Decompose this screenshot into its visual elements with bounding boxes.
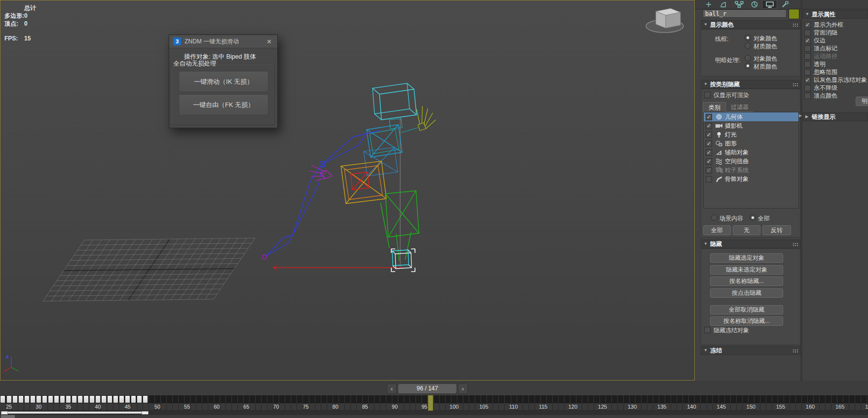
key-selection-range-bar[interactable] (1, 412, 148, 414)
display-property-row[interactable]: 运动路径 (804, 52, 868, 60)
close-icon[interactable]: ✕ (265, 38, 273, 45)
all-radio[interactable] (750, 214, 756, 221)
category-checkbox[interactable]: ✓ (706, 167, 712, 174)
vertex-color-shaded-button[interactable]: 明暗 (856, 97, 868, 106)
property-checkbox[interactable] (804, 69, 811, 75)
category-row-light[interactable]: ✓灯光 (704, 130, 798, 139)
next-frame-button[interactable]: › (458, 383, 468, 394)
display-panel-tab-icon[interactable] (762, 0, 777, 9)
keyframe-marker[interactable] (25, 396, 29, 403)
display-property-row[interactable]: ✓显示为外框 (804, 21, 868, 29)
category-checkbox[interactable]: ✓ (706, 140, 712, 147)
trackbar-ruler[interactable]: 2530354045505560657075808590951001051101… (0, 403, 868, 411)
viewcube[interactable] (642, 2, 687, 37)
keyframe-marker[interactable] (119, 396, 124, 403)
keyframe-marker[interactable] (137, 396, 142, 403)
category-row-geometry[interactable]: ✓几何体 (704, 112, 798, 121)
display-property-row[interactable]: 忽略范围 (804, 68, 868, 76)
hide-button-4[interactable]: 全部取消隐藏 (710, 305, 783, 314)
property-checkbox[interactable] (804, 61, 811, 68)
trackbar-keys[interactable] (0, 395, 868, 403)
current-frame-marker[interactable] (428, 395, 433, 411)
time-slider-track[interactable]: ‹ 96 / 147 › (0, 381, 868, 395)
hide-button-2[interactable]: 按名称隐藏... (710, 277, 783, 286)
display-property-row[interactable]: ✓以灰色显示冻结对象 (804, 76, 868, 84)
hide-frozen-checkbox[interactable] (704, 327, 711, 333)
shaded-object-color-radio[interactable] (745, 55, 751, 61)
tab-filters[interactable]: 过滤器 (726, 102, 754, 112)
property-checkbox[interactable]: ✓ (804, 77, 811, 83)
keyframe-marker[interactable] (96, 396, 100, 403)
fk-free-button[interactable]: 一键自由（FK 无损） (179, 94, 268, 115)
scene-content-radio[interactable] (711, 214, 717, 221)
keyframe-marker[interactable] (48, 396, 53, 403)
keyframe-marker[interactable] (113, 396, 118, 403)
category-row-particles[interactable]: ✓粒子系统 (704, 166, 798, 174)
keyframe-marker[interactable] (42, 396, 47, 403)
keyframe-marker[interactable] (37, 396, 41, 403)
keyframe-marker[interactable] (7, 396, 11, 403)
property-checkbox[interactable] (804, 45, 811, 52)
selected-object-ball-r[interactable] (391, 249, 415, 272)
keyframe-marker[interactable] (13, 396, 17, 403)
object-color-swatch[interactable] (789, 9, 799, 19)
rollout-freeze[interactable]: ▼ 冻结 (701, 346, 800, 355)
category-checkbox[interactable] (706, 176, 712, 182)
category-checkbox[interactable]: ✓ (706, 158, 712, 165)
property-checkbox[interactable] (804, 53, 811, 60)
display-property-row[interactable]: 透明 (804, 60, 868, 68)
tab-category[interactable]: 类别 (703, 102, 726, 112)
keyframe-marker[interactable] (84, 396, 88, 403)
keyframe-marker[interactable] (108, 396, 112, 403)
display-property-row[interactable]: ✓仅边 (804, 36, 868, 44)
range-start-handle[interactable] (1, 411, 8, 415)
category-checkbox[interactable]: ✓ (706, 114, 712, 120)
rollout-hide-by-category[interactable]: ▼ 按类别隐藏 (701, 80, 800, 89)
property-checkbox[interactable] (804, 85, 811, 91)
perspective-viewport[interactable]: 总计 多边形: 0 顶点: 0 FPS: 15 z (0, 0, 695, 381)
property-checkbox[interactable]: ✓ (804, 22, 811, 28)
keyframe-marker[interactable] (0, 396, 5, 403)
hide-button-3[interactable]: 按点击隐藏 (710, 288, 783, 298)
keyframe-marker[interactable] (19, 396, 23, 403)
ik-slide-button[interactable]: 一键滑动（IK 无损） (179, 71, 268, 92)
modify-panel-tab-icon[interactable] (716, 0, 731, 9)
wireframe-material-color-radio[interactable] (745, 42, 751, 49)
keyframe-marker[interactable] (78, 396, 82, 403)
keyframe-marker[interactable] (90, 396, 94, 403)
keyframe-marker[interactable] (60, 396, 65, 403)
category-checkbox[interactable]: ✓ (706, 132, 712, 138)
category-row-camera[interactable]: ✓摄影机 (704, 121, 798, 130)
viewcube-right-face[interactable] (666, 12, 680, 28)
keyframe-marker[interactable] (125, 396, 130, 403)
invert-button[interactable]: 反转 (762, 225, 791, 235)
shaded-material-color-radio[interactable] (745, 63, 751, 69)
category-checkbox[interactable]: ✓ (706, 123, 712, 129)
create-panel-tab-icon[interactable] (701, 0, 716, 9)
object-name-field[interactable] (703, 9, 787, 18)
dialog-titlebar[interactable]: 3 ZNDM 一键无损滑动 ✕ (169, 35, 277, 48)
category-row-helpers[interactable]: ✓辅助对象 (704, 148, 798, 157)
select-all-button[interactable]: 全部 (703, 225, 731, 235)
rollout-hide[interactable]: ▼ 隐藏 (701, 240, 800, 248)
keyframe-marker[interactable] (143, 396, 148, 403)
time-slider-handle[interactable]: 96 / 147 (398, 383, 457, 394)
category-checkbox[interactable]: ✓ (706, 149, 712, 156)
motion-panel-tab-icon[interactable] (747, 0, 762, 9)
rollout-display-properties[interactable]: ▼ 显示属性 (802, 10, 868, 19)
keyframe-marker[interactable] (131, 396, 136, 403)
hierarchy-panel-tab-icon[interactable] (731, 0, 747, 9)
property-checkbox[interactable] (804, 30, 811, 36)
hide-button-5[interactable]: 按名称取消隐藏... (710, 316, 783, 326)
zndm-plugin-dialog[interactable]: 3 ZNDM 一键无损滑动 ✕ 操作对象: 选中 Biped 肢体 全自动无损处… (169, 35, 278, 128)
display-property-row[interactable]: 背面消隐 (804, 29, 868, 36)
rollout-link-display[interactable]: ▶ 链接显示 (802, 112, 868, 121)
display-property-row[interactable]: 顶点标记 (804, 44, 868, 52)
hide-button-1[interactable]: 隐藏未选定对象 (710, 265, 783, 275)
keyframe-marker[interactable] (31, 396, 35, 403)
panel-column-divider[interactable]: ▶ (800, 0, 802, 381)
select-none-button[interactable]: 无 (733, 225, 760, 235)
property-checkbox[interactable]: ✓ (804, 37, 811, 44)
category-row-bones[interactable]: 骨骼对象 (704, 174, 798, 183)
keyframe-marker[interactable] (66, 396, 71, 403)
